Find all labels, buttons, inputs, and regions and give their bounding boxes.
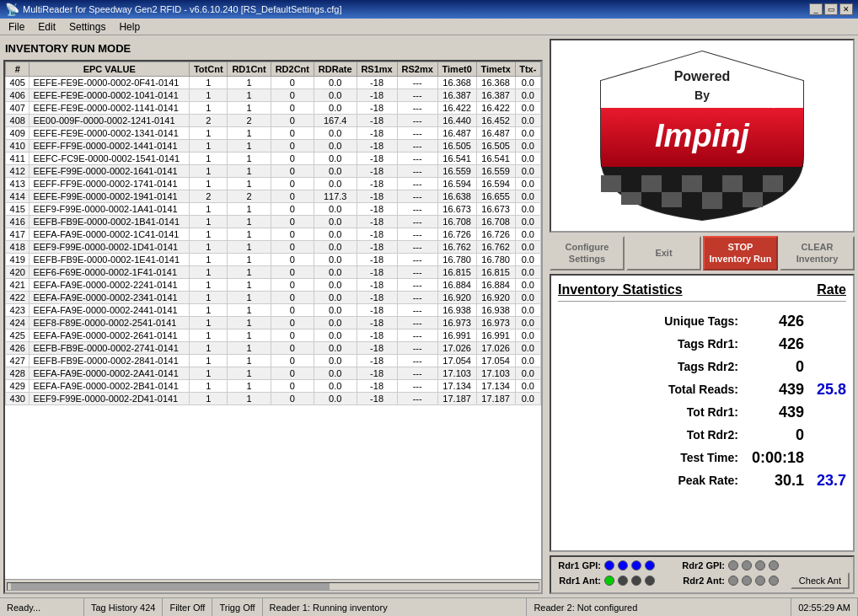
menu-edit[interactable]: Edit bbox=[31, 19, 62, 35]
impinj-logo-svg: Powered By Impinj bbox=[584, 47, 820, 224]
table-wrapper[interactable]: # EPC VALUE TotCnt RD1Cnt RD2Cnt RDRate … bbox=[5, 62, 541, 579]
tags-rdr1-label: Tags Rdr1: bbox=[558, 337, 745, 351]
rdr2-ant-dot4 bbox=[769, 576, 779, 586]
total-reads-label: Total Reads: bbox=[558, 383, 745, 396]
tot-rdr1-value: 439 bbox=[745, 404, 804, 421]
clear-inventory-button[interactable]: CLEARInventory bbox=[780, 236, 855, 271]
table-row: 414EEFE-F99E-0000-0002-1941-0141220117.3… bbox=[6, 190, 541, 203]
table-row: 412EEFE-F99E-0000-0002-1641-01411100.0-1… bbox=[6, 165, 541, 178]
total-reads-value: 439 bbox=[745, 381, 804, 399]
stats-title: Inventory Statistics bbox=[558, 282, 683, 297]
col-timet0: Timet0 bbox=[437, 62, 476, 77]
status-ready: Ready... bbox=[0, 598, 84, 616]
gpi-row: Rdr1 GPI: Rdr2 GPI: bbox=[555, 560, 850, 570]
table-row: 406EEFE-FE9E-0000-0002-1041-01411100.0-1… bbox=[6, 89, 541, 102]
rdr1-gpi-dot2 bbox=[618, 560, 628, 570]
svg-rect-9 bbox=[743, 192, 763, 207]
close-button[interactable]: ✕ bbox=[839, 3, 853, 15]
svg-text:Impinj: Impinj bbox=[655, 118, 750, 153]
filter-text: Filter Off bbox=[169, 603, 205, 613]
title-bar-controls[interactable]: _ ▭ ✕ bbox=[809, 3, 853, 15]
svg-rect-3 bbox=[682, 175, 702, 192]
status-reader1: Reader 1: Running inventory bbox=[263, 598, 528, 616]
reader1-text: Reader 1: Running inventory bbox=[270, 603, 388, 613]
tags-rdr2-row: Tags Rdr2: 0 bbox=[558, 356, 846, 378]
table-row: 422EEFA-FA9E-0000-0002-2341-01411100.0-1… bbox=[6, 292, 541, 304]
inventory-table: # EPC VALUE TotCnt RD1Cnt RD2Cnt RDRate … bbox=[5, 62, 541, 405]
tot-rdr2-row: Tot Rdr2: 0 bbox=[558, 424, 846, 447]
configure-settings-button[interactable]: ConfigureSettings bbox=[550, 236, 625, 271]
title-bar: 📡 MultiReader for Speedway Gen2 RFID - v… bbox=[0, 0, 858, 19]
total-reads-rate: 25.8 bbox=[804, 381, 846, 399]
rdr1-gpi-dot3 bbox=[631, 560, 641, 570]
svg-rect-6 bbox=[621, 192, 641, 205]
svg-text:By: By bbox=[694, 88, 710, 102]
svg-text:Powered: Powered bbox=[674, 69, 731, 83]
rdr2-gpi-label: Rdr2 GPI: bbox=[678, 560, 725, 570]
mode-title: INVENTORY RUN MODE bbox=[3, 39, 543, 60]
tag-history-text: Tag History 424 bbox=[91, 603, 155, 613]
table-row: 427EEFB-FB9E-0000-0002-2841-01411100.0-1… bbox=[6, 355, 541, 367]
rdr1-ant-dot3 bbox=[631, 576, 641, 586]
minimize-button[interactable]: _ bbox=[809, 3, 823, 15]
table-row: 409EEFE-FE9E-0000-0002-1341-01411100.0-1… bbox=[6, 127, 541, 140]
stop-inventory-button[interactable]: STOPInventory Run bbox=[703, 236, 778, 271]
svg-rect-7 bbox=[662, 192, 682, 207]
status-time: 02:55:29 AM bbox=[791, 598, 858, 616]
total-reads-row: Total Reads: 439 25.8 bbox=[558, 378, 846, 401]
table-row: 411EEFC-FC9E-0000-0002-1541-01411100.0-1… bbox=[6, 153, 541, 165]
tags-rdr2-label: Tags Rdr2: bbox=[558, 360, 745, 373]
test-time-label: Test Time: bbox=[558, 451, 745, 464]
logo-area: Powered By Impinj bbox=[550, 39, 855, 233]
stats-rate-label: Rate bbox=[817, 282, 846, 297]
horizontal-scrollbar[interactable] bbox=[5, 579, 541, 592]
col-num: # bbox=[6, 62, 29, 77]
unique-tags-row: Unique Tags: 426 bbox=[558, 310, 846, 333]
menu-file[interactable]: File bbox=[2, 19, 31, 35]
rdr2-gpi-dot1 bbox=[728, 560, 738, 570]
table-row: 415EEF9-F99E-0000-0002-1A41-01411100.0-1… bbox=[6, 203, 541, 216]
table-row: 413EEFF-FF9E-0000-0002-1741-01411100.0-1… bbox=[6, 178, 541, 190]
app-icon: 📡 bbox=[5, 3, 19, 16]
rdr2-ant-dot1 bbox=[728, 576, 738, 586]
rdr1-ant-label: Rdr1 Ant: bbox=[555, 576, 601, 586]
rdr2-gpi-dot3 bbox=[755, 560, 765, 570]
svg-rect-8 bbox=[702, 192, 722, 209]
rdr1-gpi-dot4 bbox=[645, 560, 655, 570]
peak-rate-value: 30.1 bbox=[745, 472, 804, 490]
trigg-text: Trigg Off bbox=[219, 603, 255, 613]
tags-rdr1-row: Tags Rdr1: 426 bbox=[558, 333, 846, 356]
time-text: 02:55:29 AM bbox=[798, 603, 850, 613]
menu-settings[interactable]: Settings bbox=[62, 19, 112, 35]
rdr2-ant-label: Rdr2 Ant: bbox=[678, 576, 725, 586]
table-row: 428EEFA-FA9E-0000-0002-2A41-01411100.0-1… bbox=[6, 367, 541, 380]
test-time-row: Test Time: 0:00:18 bbox=[558, 447, 846, 469]
tot-rdr2-label: Tot Rdr2: bbox=[558, 428, 745, 442]
table-row: 419EEFB-FB9E-0000-0002-1E41-01411100.0-1… bbox=[6, 254, 541, 266]
menu-help[interactable]: Help bbox=[112, 19, 147, 35]
table-row: 423EEFA-FA9E-0000-0002-2441-01411100.0-1… bbox=[6, 304, 541, 317]
table-row: 420EEF6-F69E-0000-0002-1F41-01411100.0-1… bbox=[6, 266, 541, 279]
status-filter: Filter Off bbox=[163, 598, 212, 616]
reader2-text: Reader 2: Not configured bbox=[534, 603, 637, 613]
restore-button[interactable]: ▭ bbox=[824, 3, 838, 15]
exit-button[interactable]: Exit bbox=[626, 236, 701, 271]
svg-rect-4 bbox=[722, 175, 743, 192]
table-row: 407EEFE-FE9E-0000-0002-1141-01411100.0-1… bbox=[6, 102, 541, 115]
stats-header: Inventory Statistics Rate bbox=[558, 282, 846, 302]
col-ttx: Ttx- bbox=[515, 62, 540, 77]
col-rs1mx: RS1mx bbox=[357, 62, 397, 77]
table-row: 421EEFA-FA9E-0000-0002-2241-01411100.0-1… bbox=[6, 279, 541, 292]
menu-bar: File Edit Settings Help bbox=[0, 19, 858, 35]
test-time-value: 0:00:18 bbox=[745, 449, 804, 467]
col-totcnt: TotCnt bbox=[190, 62, 228, 77]
tot-rdr1-row: Tot Rdr1: 439 bbox=[558, 401, 846, 424]
stats-area: Inventory Statistics Rate Unique Tags: 4… bbox=[550, 274, 855, 552]
table-row: 405EEFE-FE9E-0000-0002-0F41-01411100.0-1… bbox=[6, 77, 541, 89]
table-row: 424EEF8-F89E-0000-0002-2541-01411100.0-1… bbox=[6, 317, 541, 329]
rdr1-ant-dot4 bbox=[645, 576, 655, 586]
table-header-row: # EPC VALUE TotCnt RD1Cnt RD2Cnt RDRate … bbox=[6, 62, 541, 77]
svg-rect-1 bbox=[601, 175, 621, 192]
check-ant-button[interactable]: Check Ant bbox=[791, 572, 850, 589]
rdr1-gpi-label: Rdr1 GPI: bbox=[555, 560, 601, 570]
